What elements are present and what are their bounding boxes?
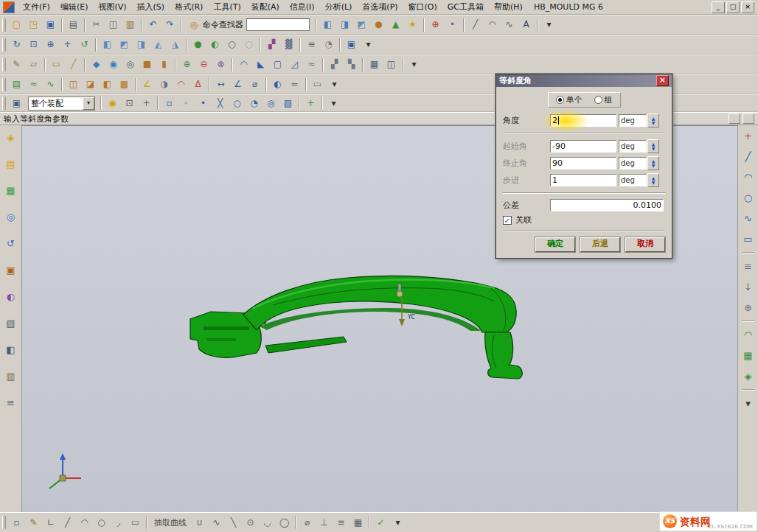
hole-icon[interactable]: ◎ (122, 57, 138, 72)
assembly-navigator-icon[interactable]: ▤ (3, 156, 18, 172)
dropdown-icon[interactable]: ▾ (406, 57, 422, 72)
sketch-icon[interactable]: ✎ (9, 57, 24, 72)
right-view-icon[interactable]: ◨ (133, 37, 149, 52)
arc-b-icon[interactable]: ◠ (77, 515, 92, 531)
bar-options-icon[interactable] (743, 113, 754, 124)
split-body-icon[interactable]: ▚ (344, 57, 359, 72)
toolbar-grip[interactable] (2, 78, 6, 91)
menu-item-7[interactable]: 装配(A) (246, 0, 285, 14)
datum-axis-icon[interactable]: ╱ (66, 57, 81, 72)
star-icon[interactable]: ★ (405, 17, 420, 32)
step-unit-box[interactable]: deg (619, 174, 647, 186)
shaded-cube-icon[interactable]: ◧ (320, 17, 335, 32)
profile-icon[interactable]: ∟ (43, 515, 58, 531)
measure-angle-icon[interactable]: ∠ (230, 77, 246, 92)
inside-icon[interactable]: ⊡ (122, 96, 137, 111)
static-wireframe-icon[interactable]: ◌ (241, 37, 257, 52)
trim-body-icon[interactable]: ▞ (327, 57, 342, 72)
cut-icon[interactable]: ✂ (88, 17, 104, 32)
offset-curve-icon[interactable]: ≡ (740, 259, 756, 274)
thread-icon[interactable]: ≈ (304, 57, 319, 72)
templates-icon[interactable]: ▥ (3, 368, 18, 384)
general-selection-icon[interactable]: ◉ (105, 96, 120, 111)
menu-item-9[interactable]: 分析(L) (320, 0, 358, 14)
dropdown-icon[interactable]: ▾ (327, 77, 342, 92)
toolbar-grip[interactable] (2, 516, 6, 529)
menu-item-4[interactable]: 插入(S) (132, 0, 170, 14)
edge-blend-icon[interactable]: ◠ (236, 57, 251, 72)
finish-icon[interactable]: ✓ (373, 515, 389, 531)
diameter-icon[interactable]: ⌀ (247, 77, 262, 92)
dropdown-icon[interactable]: ▾ (740, 396, 756, 411)
crossing-icon[interactable]: + (139, 96, 154, 111)
extrude-icon[interactable]: ◆ (88, 57, 104, 72)
fit-icon[interactable]: ⊡ (26, 37, 41, 52)
partially-shaded-icon[interactable]: ◐ (207, 37, 223, 52)
cone-icon[interactable]: ▲ (388, 17, 403, 32)
point-dialog-icon[interactable]: + (740, 128, 756, 144)
measure-distance-icon[interactable]: ↔ (213, 77, 229, 92)
datum-plane-icon[interactable]: ▭ (49, 57, 64, 72)
ruled-icon[interactable]: ▤ (9, 77, 24, 92)
materials-icon[interactable]: ▣ (3, 262, 18, 278)
menu-item-10[interactable]: 首选项(P) (357, 0, 403, 14)
start-angle-spinner-icon[interactable]: ▲▼ (647, 139, 659, 153)
draft-analysis-icon[interactable]: ∠ (139, 77, 155, 92)
menu-item-11[interactable]: 窗口(O) (403, 0, 442, 14)
minimize-button[interactable]: _ (712, 1, 725, 13)
task-sketch-icon[interactable]: ▱ (26, 57, 41, 72)
tolerance-input[interactable]: 0.0100 (550, 199, 664, 211)
arc-icon[interactable]: ◠ (484, 17, 500, 32)
isometric-view-icon[interactable]: ◭ (150, 37, 166, 52)
curvature-icon[interactable]: ◠ (173, 77, 189, 92)
dropdown-icon[interactable]: ▾ (541, 17, 557, 32)
toolbar-grip[interactable] (2, 58, 6, 71)
top-view-icon[interactable]: ◩ (117, 37, 132, 52)
associative-checkbox[interactable]: ✓ (503, 216, 512, 225)
zoom-icon[interactable]: ⊕ (43, 37, 58, 52)
sketch-tool-icon[interactable]: ✎ (26, 515, 41, 531)
wireframe-cube-icon[interactable]: ◨ (337, 17, 352, 32)
circle-tool-icon[interactable]: ○ (740, 190, 756, 206)
close-button[interactable]: × (741, 1, 754, 13)
join-curve-icon[interactable]: ⊕ (740, 300, 756, 315)
wcs-dynamics-icon[interactable]: + (303, 96, 319, 111)
sphere-icon[interactable]: ● (371, 17, 386, 32)
line-b-icon[interactable]: ╱ (60, 515, 75, 531)
arc-tool-icon[interactable]: ◠ (740, 169, 756, 185)
shell-icon[interactable]: ▢ (270, 57, 285, 72)
cylinder-icon[interactable]: ▮ (156, 57, 172, 72)
step-input[interactable]: 1 (550, 174, 616, 186)
snapshot-icon[interactable]: ▣ (344, 37, 359, 52)
rectangle-b-icon[interactable]: ▭ (128, 515, 143, 531)
through-curves-icon[interactable]: ≈ (26, 77, 41, 92)
dialog-titlebar[interactable]: 等斜度角 × (496, 74, 672, 87)
text-icon[interactable]: A (518, 17, 534, 32)
expression-icon[interactable]: = (287, 77, 302, 92)
snap-end-icon[interactable]: ▫ (161, 96, 177, 111)
angle-input[interactable]: 2 (550, 114, 616, 127)
fillet-icon[interactable]: ◞ (111, 515, 126, 531)
toolbar-grip[interactable] (2, 38, 6, 52)
revolve-icon[interactable]: ◉ (105, 57, 121, 72)
intersect-icon[interactable]: ⊗ (213, 57, 229, 72)
save-icon[interactable]: ▣ (43, 17, 58, 32)
trimetric-view-icon[interactable]: ◮ (167, 37, 183, 52)
part-navigator-icon[interactable]: ▦ (3, 183, 18, 198)
trimmed-sheet-icon[interactable]: ◪ (83, 77, 98, 92)
type-filter-icon[interactable]: ▣ (9, 96, 24, 111)
menu-item-13[interactable]: 帮助(H) (489, 0, 528, 14)
start-angle-input[interactable]: -90 (550, 140, 616, 153)
menu-item-2[interactable]: 编辑(E) (55, 0, 94, 14)
ok-button[interactable]: 确定 (535, 237, 575, 252)
snap-face-icon[interactable]: ▧ (280, 96, 296, 111)
offset-b-icon[interactable]: ≡ (333, 515, 349, 531)
visualization-icon[interactable]: ◔ (321, 37, 336, 52)
radio-group-circle-icon[interactable] (594, 96, 602, 104)
dropdown-icon[interactable]: ▾ (390, 515, 406, 531)
history-icon[interactable]: ↺ (3, 236, 18, 251)
copy-icon[interactable]: ◫ (105, 17, 121, 32)
point-icon[interactable]: • (445, 17, 460, 32)
end-angle-input[interactable]: 90 (550, 157, 616, 169)
radio-single-circle-icon[interactable] (556, 96, 564, 104)
